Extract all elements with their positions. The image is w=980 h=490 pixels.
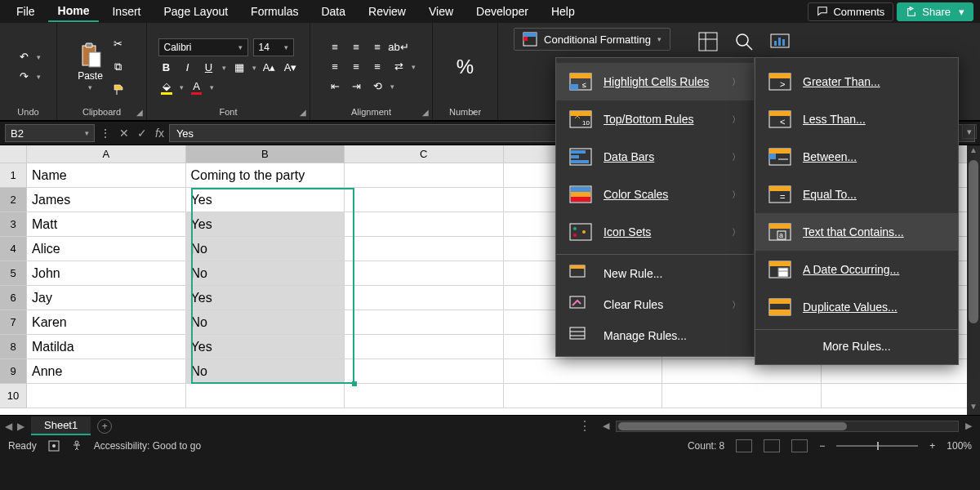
cell-C2[interactable]	[345, 188, 504, 212]
cell-B4[interactable]: No	[186, 237, 345, 261]
view-page-layout-icon[interactable]	[764, 439, 780, 452]
conditional-formatting-button[interactable]: Conditional Formatting ▾	[514, 28, 670, 51]
name-box[interactable]: B2▾	[5, 124, 95, 142]
increase-font-icon[interactable]: A▴	[261, 60, 278, 76]
cell-A6[interactable]: Jay	[27, 286, 186, 310]
cell-B2[interactable]: Yes	[186, 188, 345, 212]
cell-A3[interactable]: Matt	[27, 212, 186, 237]
horizontal-scrollbar[interactable]: ⋮ ◀ ▶	[118, 418, 975, 434]
align-center-icon[interactable]: ≡	[348, 59, 364, 75]
orientation-icon[interactable]: ⟲	[369, 78, 385, 95]
menu-greater-than[interactable]: > Greater Than...	[755, 63, 958, 100]
paste-icon[interactable]	[78, 42, 104, 69]
redo-icon[interactable]: ↷	[16, 69, 32, 85]
tab-review[interactable]: Review	[359, 2, 416, 21]
cell-C8[interactable]	[345, 335, 504, 359]
tab-data[interactable]: Data	[311, 2, 355, 21]
wrap-text-icon[interactable]: ab↵	[390, 39, 407, 56]
cell-A1[interactable]: Name	[27, 163, 186, 188]
menu-duplicate-values[interactable]: Duplicate Values...	[755, 288, 958, 326]
cell-B8[interactable]: Yes	[186, 335, 345, 359]
percent-icon[interactable]: %	[452, 54, 479, 80]
vertical-scrollbar[interactable]: ▲ ▼	[967, 145, 980, 415]
cell-C4[interactable]	[345, 237, 504, 261]
tab-file[interactable]: File	[7, 2, 45, 21]
menu-manage-rules[interactable]: Manage Rules...	[556, 320, 754, 351]
cell-A8[interactable]: Matilda	[27, 335, 186, 359]
menu-data-bars[interactable]: Data Bars 〉	[556, 138, 754, 176]
menu-more-rules[interactable]: More Rules...	[755, 333, 958, 359]
row-header[interactable]: 9	[0, 359, 27, 384]
fill-handle[interactable]	[352, 381, 357, 386]
cell-F10[interactable]	[822, 384, 980, 408]
decrease-indent-icon[interactable]: ⇤	[327, 78, 343, 95]
cell-B3[interactable]: Yes	[186, 212, 345, 237]
cell-B5[interactable]: No	[186, 261, 345, 286]
clipboard-launcher-icon[interactable]: ◢	[136, 108, 143, 117]
menu-text-contains[interactable]: a Text that Contains...	[755, 213, 958, 251]
italic-icon[interactable]: I	[180, 60, 196, 76]
select-all-corner[interactable]	[0, 145, 27, 163]
undo-icon[interactable]: ↶	[16, 49, 32, 65]
cell-C1[interactable]	[345, 163, 504, 188]
increase-indent-icon[interactable]: ⇥	[348, 78, 364, 95]
tab-view[interactable]: View	[419, 2, 463, 21]
share-button[interactable]: Share ▾	[897, 2, 973, 21]
cell-C6[interactable]	[345, 286, 504, 310]
cell-A9[interactable]: Anne	[27, 359, 186, 384]
fx-icon[interactable]: fx	[155, 127, 164, 140]
align-top-icon[interactable]: ≡	[327, 39, 343, 56]
menu-highlight-cells-rules[interactable]: ≤ Highlight Cells Rules 〉	[556, 63, 754, 100]
cell-C10[interactable]	[345, 384, 504, 408]
cut-icon[interactable]: ✂	[110, 36, 127, 52]
scroll-up-icon[interactable]: ▲	[967, 145, 980, 158]
zoom-out-icon[interactable]: −	[819, 440, 825, 452]
menu-top-bottom-rules[interactable]: 10 Top/Bottom Rules 〉	[556, 100, 754, 138]
menu-color-scales[interactable]: Color Scales 〉	[556, 176, 754, 213]
sheet-prev-icon[interactable]: ◀	[5, 421, 12, 432]
cell-A4[interactable]: Alice	[27, 237, 186, 261]
cell-B10[interactable]	[186, 384, 345, 408]
col-header-B[interactable]: B	[186, 145, 345, 163]
alignment-launcher-icon[interactable]: ◢	[422, 108, 429, 117]
tab-formulas[interactable]: Formulas	[241, 2, 308, 21]
expand-formula-bar-icon[interactable]: ▾	[962, 124, 977, 139]
row-header[interactable]: 4	[0, 237, 27, 261]
fill-color-icon[interactable]: ⬙	[158, 79, 175, 96]
tab-help[interactable]: Help	[541, 2, 585, 21]
scroll-right-icon[interactable]: ▶	[962, 421, 975, 431]
cell-B9[interactable]: No	[186, 359, 345, 384]
menu-date-occurring[interactable]: A Date Occurring...	[755, 251, 958, 288]
cell-C7[interactable]	[345, 310, 504, 335]
paste-menu-caret[interactable]: ▾	[88, 83, 92, 91]
font-launcher-icon[interactable]: ◢	[300, 108, 306, 117]
sheet-tab-sheet1[interactable]: Sheet1	[31, 416, 91, 435]
format-painter-icon[interactable]	[110, 82, 127, 98]
insert-cells-icon[interactable]	[697, 31, 719, 52]
row-header[interactable]: 10	[0, 384, 27, 408]
find-icon[interactable]	[733, 31, 755, 52]
cell-D9[interactable]	[504, 359, 663, 384]
sheet-next-icon[interactable]: ▶	[17, 421, 24, 432]
row-header[interactable]: 1	[0, 163, 27, 188]
number-menu-caret[interactable]: ▾	[472, 109, 476, 117]
scroll-left-icon[interactable]: ◀	[599, 421, 612, 431]
underline-icon[interactable]: U	[201, 60, 217, 76]
row-header[interactable]: 3	[0, 212, 27, 237]
copy-icon[interactable]: ⧉	[110, 59, 127, 75]
sheet-nav[interactable]: ◀▶	[5, 421, 24, 432]
border-icon[interactable]: ▦	[231, 60, 247, 76]
menu-less-than[interactable]: < Less Than...	[755, 100, 958, 138]
decrease-font-icon[interactable]: A▾	[283, 60, 299, 76]
align-right-icon[interactable]: ≡	[369, 59, 385, 75]
align-bottom-icon[interactable]: ≡	[369, 39, 385, 56]
cell-E10[interactable]	[662, 384, 822, 408]
align-middle-icon[interactable]: ≡	[348, 39, 364, 56]
cell-B1[interactable]: Coming to the party	[186, 163, 345, 188]
bold-icon[interactable]: B	[158, 60, 175, 76]
accessibility-icon[interactable]	[71, 440, 82, 452]
cell-A10[interactable]	[27, 384, 186, 408]
align-left-icon[interactable]: ≡	[327, 59, 343, 75]
scroll-down-icon[interactable]: ▼	[967, 402, 980, 415]
row-header[interactable]: 2	[0, 188, 27, 212]
